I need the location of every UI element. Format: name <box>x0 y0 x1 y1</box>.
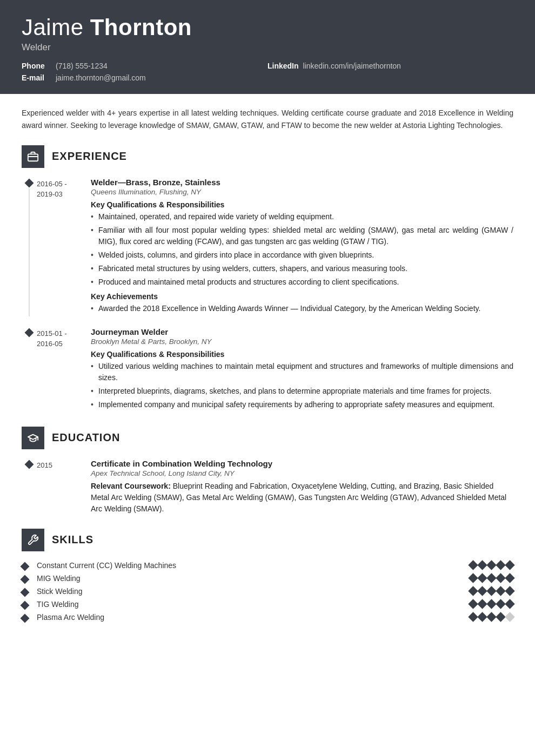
skill-dots <box>470 562 513 569</box>
last-name: Thornton <box>90 15 192 40</box>
timeline-left <box>22 327 37 413</box>
skills-list: Constant Current (CC) Welding Machines M… <box>22 561 513 622</box>
diamond-bullet <box>25 178 34 187</box>
qualifications-list: Utilized various welding machines to mai… <box>91 361 513 410</box>
job-company: Queens Illumination, Flushing, NY <box>91 188 513 196</box>
skill-name: Constant Current (CC) Welding Machines <box>37 561 470 570</box>
skill-dot-filled <box>496 586 505 596</box>
skill-row: Constant Current (CC) Welding Machines <box>22 561 513 570</box>
diamond-bullet <box>21 562 30 571</box>
skill-dot-filled <box>496 573 505 583</box>
skill-dots <box>470 575 513 582</box>
job-date: 2016-05 - 2019-03 <box>37 178 91 316</box>
job-content: Welder—Brass, Bronze, Stainless Queens I… <box>91 178 513 316</box>
experience-header: EXPERIENCE <box>22 145 513 168</box>
skill-name: Stick Welding <box>37 587 470 596</box>
contact-info: Phone (718) 555-1234 LinkedIn linkedin.c… <box>22 62 513 82</box>
skill-dot-filled <box>468 586 478 596</box>
skill-dot-filled <box>505 573 514 583</box>
edu-degree: Certificate in Combination Welding Techn… <box>91 459 513 468</box>
skill-dot-filled <box>477 561 487 570</box>
email-value: jaime.thornton@gmail.com <box>56 73 146 82</box>
first-name: Jaime <box>22 15 90 40</box>
skills-header: SKILLS <box>22 529 513 551</box>
svg-rect-0 <box>28 154 38 161</box>
skills-section: SKILLS Constant Current (CC) Welding Mac… <box>22 529 513 622</box>
email-label: E-mail <box>22 73 51 82</box>
qualifications-list: Maintained, operated, and repaired wide … <box>91 211 513 288</box>
skill-row: MIG Welding <box>22 574 513 583</box>
skill-dots <box>470 588 513 595</box>
skill-bullet-area <box>22 587 37 596</box>
briefcase-icon <box>27 151 39 163</box>
qualifications-label: Key Qualifications & Responsibilities <box>91 350 513 359</box>
main-content: Experienced welder with 4+ years experti… <box>0 94 535 657</box>
list-item: Fabricated metal structures by using wel… <box>91 263 513 274</box>
experience-title: EXPERIENCE <box>52 150 127 163</box>
skill-dot-filled <box>496 612 505 622</box>
timeline-line <box>29 188 30 316</box>
timeline-left <box>22 178 37 316</box>
diamond-bullet <box>21 575 30 584</box>
list-item: Maintained, operated, and repaired wide … <box>91 211 513 222</box>
linkedin-label: LinkedIn <box>268 62 299 70</box>
summary-text: Experienced welder with 4+ years experti… <box>22 107 513 131</box>
achievements-label: Key Achievements <box>91 292 513 301</box>
skill-bullet-area <box>22 613 37 622</box>
job-title: Journeyman Welder <box>91 327 513 336</box>
skill-dot-filled <box>477 612 487 622</box>
education-icon-box <box>22 427 44 449</box>
graduation-icon <box>27 432 39 444</box>
skill-name: TIG Welding <box>37 600 470 609</box>
skill-bullet-area <box>22 574 37 583</box>
skill-dot-filled <box>486 561 496 570</box>
linkedin-value: linkedin.com/in/jaimethornton <box>303 62 401 70</box>
skill-dot-filled <box>468 573 478 583</box>
email-row: E-mail jaime.thornton@gmail.com <box>22 73 268 82</box>
skill-row: Plasma Arc Welding <box>22 613 513 622</box>
phone-row: Phone (718) 555-1234 <box>22 62 268 70</box>
experience-timeline: 2016-05 - 2019-03 Welder—Brass, Bronze, … <box>22 178 513 413</box>
experience-icon-box <box>22 145 44 168</box>
skills-icon-box <box>22 529 44 551</box>
skill-dot-filled <box>486 586 496 596</box>
skill-row: TIG Welding <box>22 600 513 609</box>
skill-dots <box>470 600 513 608</box>
achievements-list: Awarded the 2018 Excellence in Welding A… <box>91 303 513 314</box>
edu-school: Apex Technical School, Long Island City,… <box>91 469 513 477</box>
diamond-bullet <box>25 460 34 469</box>
edu-coursework: Relevant Coursework: Blueprint Reading a… <box>91 481 513 515</box>
job-title: Welder—Brass, Bronze, Stainless <box>91 178 513 187</box>
skill-dot-filled <box>486 612 496 622</box>
skill-dots <box>470 613 513 620</box>
education-timeline: 2015 Certificate in Combination Welding … <box>22 459 513 515</box>
skill-dot-filled <box>468 561 478 570</box>
skill-dot-empty <box>505 612 514 622</box>
experience-item: 2016-05 - 2019-03 Welder—Brass, Bronze, … <box>22 178 513 316</box>
skill-row: Stick Welding <box>22 587 513 596</box>
skill-dot-filled <box>486 573 496 583</box>
phone-value: (718) 555-1234 <box>56 62 108 70</box>
skill-dot-filled <box>505 561 514 570</box>
linkedin-row: LinkedIn linkedin.com/in/jaimethornton <box>268 62 513 70</box>
skill-dot-filled <box>477 599 487 609</box>
candidate-name: Jaime Thornton <box>22 15 513 40</box>
timeline-left <box>22 459 37 515</box>
skill-dot-filled <box>477 573 487 583</box>
job-date: 2015-01 - 2016-05 <box>37 327 91 413</box>
coursework-label: Relevant Coursework: <box>91 482 171 490</box>
education-header: EDUCATION <box>22 427 513 449</box>
experience-item: 2015-01 - 2016-05 Journeyman Welder Broo… <box>22 327 513 413</box>
skill-dot-filled <box>486 599 496 609</box>
skill-dot-filled <box>468 612 478 622</box>
diamond-bullet <box>25 328 34 337</box>
skill-name: Plasma Arc Welding <box>37 613 470 622</box>
resume-header: Jaime Thornton Welder Phone (718) 555-12… <box>0 0 535 94</box>
skill-dot-filled <box>505 586 514 596</box>
list-item: Produced and maintained metal products a… <box>91 276 513 288</box>
education-item: 2015 Certificate in Combination Welding … <box>22 459 513 515</box>
list-item: Interpreted blueprints, diagrams, sketch… <box>91 386 513 397</box>
skill-bullet-area <box>22 600 37 609</box>
list-item: Implemented company and municipal safety… <box>91 399 513 410</box>
phone-label: Phone <box>22 62 51 70</box>
